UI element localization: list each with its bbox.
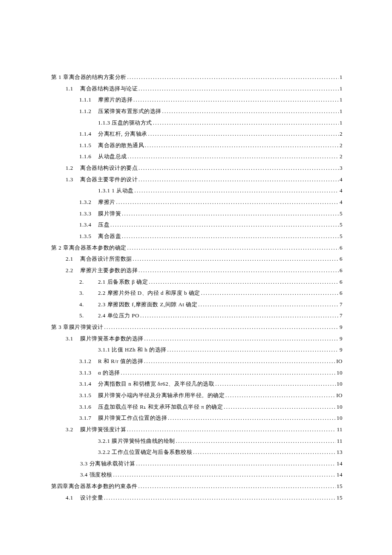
toc-entry-number: 1.2 [66, 163, 80, 174]
toc-entry-title: 离合器的散热通风 [98, 140, 144, 151]
toc-entry-title: R 和 R/r 值的选择 [98, 356, 143, 367]
toc-entry-page: 14 [337, 469, 343, 481]
toc-entry: 1.3.1 1 从动盘4 [51, 185, 343, 197]
toc-entry-number: 3.1 [66, 333, 80, 345]
toc-entry-page: 9 [340, 344, 343, 356]
toc-entry: 1.2离合器结构设计的要点3 [51, 163, 343, 174]
toc-entry: 5.2.4 单位压力 PO 7 [51, 310, 343, 322]
toc-entry-title: 膜片弹簧基本参数的选择 [80, 333, 144, 345]
toc-entry-title: 3.2.2 工作点位置确定与后备系数校核 [98, 447, 192, 458]
toc-entry: 3.4 强度校核14 [51, 469, 343, 481]
toc-entry: 第 2 章离合器基本参数的确定6 [51, 242, 343, 254]
toc-entry-page: 5 [340, 219, 343, 231]
toc-entry: 1.1.6从动盘总成2 [51, 151, 343, 163]
toc-entry-page: 10 [337, 413, 343, 424]
toc-entry-page: 1 [340, 117, 343, 129]
toc-entry-title: 第四章离合器基本参数的约束条件 [51, 481, 138, 492]
toc-entry-title: 离合器盖 [98, 231, 121, 242]
toc-entry: 第 1 章离合器的结构方案分析1 [51, 72, 343, 83]
toc-entry-page: 6 [340, 253, 343, 265]
toc-entry-number: 1.3.3 [79, 208, 98, 220]
toc-entry: 1.1.5离合器的散热通风2 [51, 140, 343, 151]
toc-entry: 3.1.7膜片弹簧工作点位置的选择10 [51, 413, 343, 424]
toc-entry: 4.2.3 摩擦因数 f,摩擦面数 Z,间隙 At 确定7 [51, 299, 343, 311]
toc-leader-dots [148, 128, 339, 140]
toc-entry: 3.1.2R 和 R/r 值的选择IO [51, 356, 343, 367]
toc-leader-dots [144, 356, 335, 367]
toc-entry-number: 1.1.2 [79, 106, 98, 117]
toc-entry-title: 2.2 摩擦片外径 D、内径 d 和厚度 b 确定 [98, 288, 200, 299]
toc-entry-number: 1.3.4 [79, 219, 98, 231]
toc-leader-dots [116, 197, 339, 208]
toc-entry-number: 1.1.1 [79, 94, 98, 106]
toc-entry-number: 4. [79, 299, 98, 311]
toc-entry-number: 3. [79, 288, 98, 299]
toc-entry-title: α 的选择 [98, 367, 120, 379]
toc-entry: 1.3离合器主要零件的设计4 [51, 174, 343, 186]
toc-leader-dots [224, 401, 336, 413]
toc-leader-dots [122, 208, 339, 220]
toc-leader-dots [176, 436, 336, 447]
toc-entry-page: 9 [340, 333, 343, 345]
toc-entry-page: 13 [337, 447, 343, 458]
toc-entry-page: 10 [337, 378, 343, 390]
toc-entry-number: 4.1 [66, 492, 80, 504]
toc-entry-title: 膜片弹簧工作点位置的选择 [98, 413, 167, 424]
toc-leader-dots [153, 117, 339, 129]
toc-entry-title: 3.2.1 膜片弹簧特性曲线的绘制 [98, 436, 175, 447]
toc-entry-number: 1.3.5 [79, 231, 98, 242]
toc-entry-page: 15 [337, 492, 343, 504]
toc-leader-dots [167, 344, 339, 356]
toc-leader-dots [140, 310, 339, 322]
toc-entry: 1.1.1摩擦片的选择1 [51, 94, 343, 106]
toc-entry-title: 3.4 强度校核 [80, 469, 112, 481]
toc-entry: 3.2.2 工作点位置确定与后备系数校核13 [51, 447, 343, 458]
toc-entry-number: 1.3 [66, 174, 80, 186]
toc-entry-title: 3.1.1 比值 HZh 和 h 的选择 [98, 344, 167, 356]
toc-leader-dots [138, 174, 339, 186]
toc-leader-dots [104, 322, 339, 333]
toc-entry: 3.2.1 膜片弹簧特性曲线的绘制11 [51, 436, 343, 447]
toc-entry-page: 4 [340, 185, 343, 197]
toc-entry: 2.2.1 后备系数 β 确定6 [51, 276, 343, 288]
toc-entry-page: 11 [337, 424, 343, 436]
toc-entry-title: 2.1 后备系数 β 确定 [98, 276, 148, 288]
toc-entry: 1.3.4压盘5 [51, 219, 343, 231]
toc-entry-title: 离合器主要零件的设计 [80, 174, 138, 186]
toc-entry-title: 离合器设计所需数据 [80, 253, 132, 265]
toc-leader-dots [113, 469, 336, 481]
toc-entry: 2.1离合器设计所需数据6 [51, 253, 343, 265]
toc-entry-page: 6 [340, 265, 343, 276]
toc-entry-page: 14 [337, 458, 343, 470]
toc-leader-dots [149, 276, 339, 288]
toc-entry-title: 膜片弹簧小端内半径及分离轴承作用半径。的确定 [98, 390, 225, 401]
toc-entry-page: 1 [340, 94, 343, 106]
toc-entry-page: 2 [340, 128, 343, 140]
toc-leader-dots [168, 413, 336, 424]
toc-leader-dots [128, 151, 339, 163]
toc-entry-page: 1 [340, 72, 343, 83]
toc-entry-page: 10 [337, 401, 343, 413]
toc-entry-page: IO [336, 390, 343, 401]
toc-entry-page: 3 [340, 163, 343, 174]
toc-leader-dots [127, 242, 339, 254]
toc-entry-title: 摩擦片的选择 [98, 94, 133, 106]
toc-entry-number: 5. [79, 310, 98, 322]
toc-entry-number: 2. [79, 276, 98, 288]
toc-entry-number: 3.2 [66, 424, 80, 436]
toc-entry-title: 1.3.1 1 从动盘 [98, 185, 134, 197]
toc-entry: 1.3.2摩擦片4 [51, 197, 343, 208]
toc-leader-dots [136, 458, 336, 470]
toc-entry: 1.3.5离合器盖5 [51, 231, 343, 242]
toc-entry-title: 分离杠杆, 分离轴承 [98, 128, 147, 140]
toc-entry-number: 3.1.7 [79, 413, 98, 424]
toc-leader-dots [133, 94, 339, 106]
toc-leader-dots [138, 83, 339, 95]
toc-entry-title: 压紧弹簧布置形式的选择 [98, 106, 161, 117]
toc-leader-dots [144, 333, 339, 345]
toc-leader-dots [198, 299, 339, 311]
toc-entry-number: 3.1.3 [79, 367, 98, 379]
toc-entry-title: 第 1 章离合器的结构方案分析 [51, 72, 127, 83]
toc-entry-page: 5 [340, 208, 343, 220]
toc-entry-page: 6 [340, 276, 343, 288]
